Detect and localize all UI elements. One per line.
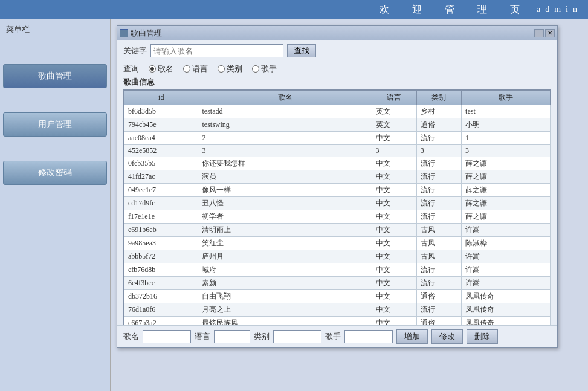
table-row[interactable]: efb76d8b城府中文流行许嵩: [124, 263, 551, 277]
table-row[interactable]: cd17d9fc丑八怪中文流行薛之谦: [124, 197, 551, 210]
cell-singer: 3: [462, 145, 551, 157]
form-name-input[interactable]: [143, 330, 191, 343]
table-row[interactable]: 41fd27ac演员中文流行薛之谦: [124, 170, 551, 184]
table-row[interactable]: bf6d3d5btestadd英文乡村test: [124, 105, 551, 118]
search-input[interactable]: [150, 44, 283, 57]
cell-name: 3: [198, 145, 372, 157]
form-type-input[interactable]: [273, 330, 321, 343]
sidebar-item-change-pwd[interactable]: 修改密码: [3, 161, 107, 185]
radio-by-name[interactable]: [149, 65, 156, 73]
query-singer-label: 歌手: [261, 63, 277, 74]
cell-lang: 中文: [372, 290, 416, 303]
radio-by-type[interactable]: [218, 65, 225, 73]
cell-lang: 中文: [372, 197, 416, 210]
query-type-label: 类别: [227, 63, 242, 74]
cell-id: 794cb45e: [124, 118, 198, 132]
query-by-lang[interactable]: 语言: [183, 63, 208, 74]
sidebar-item-user-mgmt[interactable]: 用户管理: [3, 112, 107, 137]
cell-type: 流行: [416, 210, 461, 224]
edit-button[interactable]: 修改: [431, 329, 463, 344]
table-row[interactable]: 76d1a0f6月亮之上中文流行凤凰传奇: [124, 303, 551, 317]
cell-lang: 英文: [372, 105, 416, 118]
cell-name: 2: [198, 132, 372, 145]
cell-singer: 许嵩: [462, 250, 551, 263]
dialog-controls: _ ✕: [534, 29, 555, 37]
cell-singer: test: [462, 105, 551, 118]
table-section: 歌曲信息 id 歌名 语言 类别 歌手 bf6d3d5btestadd英文乡村t…: [117, 77, 557, 325]
cell-singer: 薛之谦: [462, 184, 551, 197]
col-id: id: [124, 91, 198, 105]
dialog-close-btn[interactable]: ✕: [545, 29, 555, 37]
cell-id: db372b16: [124, 290, 198, 303]
query-lang-label: 语言: [192, 63, 208, 74]
table-row[interactable]: 9a985ea3笑红尘中文古风陈淑桦: [124, 237, 551, 250]
cell-lang: 3: [372, 145, 416, 157]
cell-singer: 许嵩: [462, 263, 551, 277]
cell-id: 41fd27ac: [124, 170, 198, 184]
query-label: 查询: [123, 63, 139, 74]
table-row[interactable]: e691b6eb清明雨上中文古风许嵩: [124, 224, 551, 237]
cell-type: 流行: [416, 132, 461, 145]
table-row[interactable]: f17e1e1e初学者中文流行薛之谦: [124, 210, 551, 224]
form-singer-input[interactable]: [344, 330, 393, 343]
sidebar-item-song-mgmt[interactable]: 歌曲管理: [3, 64, 107, 88]
table-wrapper[interactable]: id 歌名 语言 类别 歌手 bf6d3d5btestadd英文乡村test79…: [123, 89, 551, 325]
song-management-dialog: 歌曲管理 _ ✕ 关键字 查找 查询 歌名 语言: [117, 25, 558, 348]
table-row[interactable]: 452e58523333: [124, 145, 551, 157]
form-singer-label: 歌手: [325, 331, 341, 342]
cell-id: aac08ca4: [124, 132, 198, 145]
search-button[interactable]: 查找: [287, 44, 316, 57]
cell-type: 通俗: [416, 118, 461, 132]
add-button[interactable]: 增加: [396, 329, 428, 344]
cell-singer: 凤凰传奇: [462, 303, 551, 317]
cell-type: 通俗: [416, 317, 461, 326]
table-row[interactable]: 794cb45etestswing英文通俗小明: [124, 118, 551, 132]
cell-lang: 中文: [372, 132, 416, 145]
table-row[interactable]: 049ec1e7像风一样中文流行薛之谦: [124, 184, 551, 197]
cell-id: e691b6eb: [124, 224, 198, 237]
radio-by-lang[interactable]: [183, 65, 190, 73]
cell-name: 最炫民族风: [198, 317, 372, 326]
table-header-row: id 歌名 语言 类别 歌手: [124, 91, 551, 105]
search-label: 关键字: [123, 45, 147, 56]
cell-id: 049ec1e7: [124, 184, 198, 197]
radio-by-singer[interactable]: [252, 65, 259, 73]
table-row[interactable]: 6c4f3bcc素颜中文流行许嵩: [124, 277, 551, 290]
dialog-title-left: 歌曲管理: [120, 28, 162, 39]
cell-type: 古风: [416, 224, 461, 237]
cell-type: 古风: [416, 250, 461, 263]
songs-table: id 歌名 语言 类别 歌手 bf6d3d5btestadd英文乡村test79…: [124, 90, 551, 325]
dialog-titlebar: 歌曲管理 _ ✕: [117, 26, 557, 40]
table-row[interactable]: aac08ca42中文流行1: [124, 132, 551, 145]
form-lang-label: 语言: [195, 331, 210, 342]
cell-name: 初学者: [198, 210, 372, 224]
admin-label: admin: [537, 5, 582, 15]
dialog-title-icon: [120, 29, 128, 37]
cell-name: 你还要我怎样: [198, 157, 372, 170]
cell-singer: 陈淑桦: [462, 237, 551, 250]
cell-singer: 许嵩: [462, 224, 551, 237]
table-row[interactable]: abbb5f72庐州月中文古风许嵩: [124, 250, 551, 263]
cell-lang: 中文: [372, 237, 416, 250]
cell-type: 流行: [416, 170, 461, 184]
table-row[interactable]: c667b3a2最炫民族风中文通俗凤凰传奇: [124, 317, 551, 326]
cell-id: efb76d8b: [124, 263, 198, 277]
cell-id: c667b3a2: [124, 317, 198, 326]
query-by-name[interactable]: 歌名: [149, 63, 173, 74]
cell-name: testadd: [198, 105, 372, 118]
delete-button[interactable]: 删除: [467, 329, 498, 344]
cell-type: 3: [416, 145, 461, 157]
cell-name: 城府: [198, 263, 372, 277]
cell-type: 古风: [416, 237, 461, 250]
dialog-minimize-btn[interactable]: _: [534, 29, 544, 37]
query-by-type[interactable]: 类别: [218, 63, 242, 74]
query-by-singer[interactable]: 歌手: [252, 63, 277, 74]
table-row[interactable]: 0fcb35b5你还要我怎样中文流行薛之谦: [124, 157, 551, 170]
table-row[interactable]: db372b16自由飞翔中文通俗凤凰传奇: [124, 290, 551, 303]
form-lang-input[interactable]: [214, 330, 250, 343]
cell-type: 乡村: [416, 105, 461, 118]
nav-item-2: 迎: [412, 4, 427, 16]
cell-lang: 中文: [372, 317, 416, 326]
search-bar: 关键字 查找: [117, 40, 557, 61]
cell-singer: 薛之谦: [462, 170, 551, 184]
